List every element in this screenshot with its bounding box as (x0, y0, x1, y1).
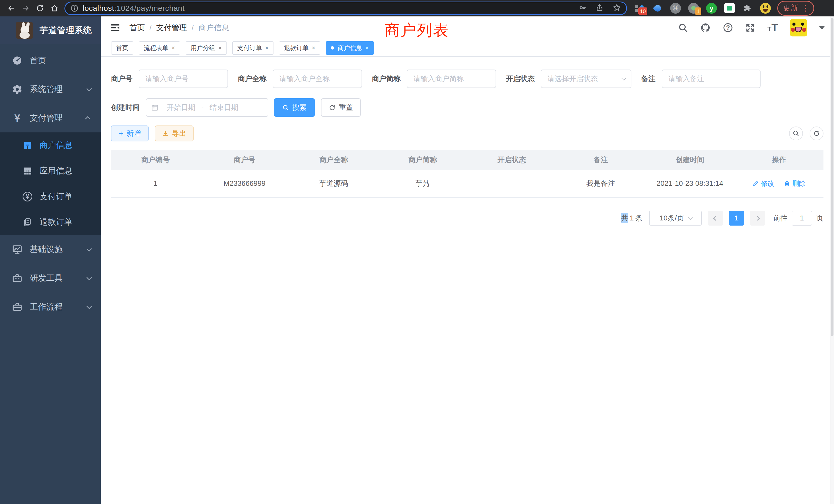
close-icon[interactable]: × (172, 44, 175, 51)
page-scrollbar[interactable] (830, 17, 834, 504)
extension-command-icon[interactable]: ⌘ (670, 3, 681, 14)
full-name-input[interactable] (273, 70, 362, 88)
bookmark-star-icon[interactable] (612, 3, 621, 13)
breadcrumb-payment[interactable]: 支付管理 (156, 23, 187, 33)
url-path: :1024/pay/merchant (114, 4, 184, 12)
search-icon[interactable] (678, 23, 688, 33)
yen-circle-icon: ¥ (22, 192, 33, 202)
password-key-icon[interactable] (578, 4, 587, 13)
close-icon[interactable]: × (218, 44, 222, 51)
sidebar-item-merchant-info[interactable]: 商户信息 (0, 132, 101, 158)
sidebar-item-workflow[interactable]: 工作流程 (0, 293, 101, 321)
tab-process-form[interactable]: 流程表单× (139, 41, 180, 55)
browser-update-button[interactable]: 更新 ⋮ (777, 1, 814, 16)
forward-icon[interactable] (19, 2, 33, 15)
tab-user-group[interactable]: 用户分组× (185, 41, 227, 55)
cell-merchant-no: M233666999 (200, 179, 289, 188)
date-range-picker[interactable]: - (146, 98, 268, 117)
tab-pay-order[interactable]: 支付订单× (233, 41, 273, 55)
plus-icon: + (118, 129, 124, 138)
sidebar-item-home[interactable]: 首页 (0, 46, 101, 75)
screen: localhost:1024/pay/merchant 10 ⌘ (0, 0, 834, 504)
status-select[interactable]: 请选择开启状态 (541, 70, 631, 88)
page-size-select[interactable]: 10条/页 (649, 211, 702, 226)
table-header: 商户编号 商户号 商户全称 商户简称 开启状态 备注 创建时间 操作 (111, 150, 824, 169)
merchant-no-input[interactable] (139, 70, 228, 88)
delete-button[interactable]: 删除 (784, 179, 806, 188)
user-menu-caret-icon[interactable] (819, 26, 825, 29)
export-button[interactable]: 导出 (155, 125, 194, 141)
sidebar-menu: 首页 系统管理 ¥ 支付管理 (0, 46, 101, 321)
extension-chat-icon[interactable] (724, 3, 735, 14)
tab-merchant-info[interactable]: 商户信息× (326, 41, 374, 55)
breadcrumb-home[interactable]: 首页 (129, 23, 145, 33)
refresh-button[interactable] (810, 127, 824, 140)
cell-create-time: 2021-10-23 08:31:14 (645, 179, 734, 188)
extension-diamond-icon[interactable]: 10 (634, 3, 645, 14)
extension-kite-icon[interactable] (652, 3, 663, 14)
reset-button[interactable]: 重置 (321, 98, 361, 117)
collapse-sidebar-icon[interactable] (110, 22, 121, 33)
help-icon[interactable]: ? (723, 22, 733, 33)
shop-icon (22, 140, 33, 151)
browser-profile-avatar[interactable] (760, 3, 771, 14)
full-name-label: 商户全称 (238, 74, 266, 84)
table-row: 1 M233666999 芋道源码 芋艿 我是备注 2021-10-23 08:… (111, 169, 824, 198)
end-date-input[interactable] (204, 104, 244, 112)
sidebar-item-infrastructure[interactable]: 基础设施 (0, 235, 101, 264)
breadcrumb-current: 商户信息 (198, 23, 229, 33)
cell-id: 1 (111, 179, 200, 188)
chevron-down-icon (688, 215, 693, 220)
url-bar[interactable]: localhost:1024/pay/merchant (65, 2, 626, 14)
search-button[interactable]: 搜索 (274, 98, 315, 117)
short-name-input[interactable] (407, 70, 496, 88)
sidebar-item-payment[interactable]: ¥ 支付管理 (0, 104, 101, 132)
close-icon[interactable]: × (312, 44, 315, 51)
share-icon[interactable] (595, 4, 604, 13)
url-text: localhost:1024/pay/merchant (83, 4, 184, 13)
close-icon[interactable]: × (366, 44, 369, 51)
close-icon[interactable]: × (265, 44, 269, 51)
tab-home[interactable]: 首页 (111, 41, 133, 55)
remark-label: 备注 (641, 74, 656, 84)
sidebar-item-refund-order[interactable]: 退款订单 (0, 209, 101, 235)
monitor-chart-icon (11, 244, 23, 255)
tab-refund-order[interactable]: 退款订单× (279, 41, 320, 55)
remark-input[interactable] (662, 70, 761, 88)
cell-remark: 我是备注 (556, 179, 645, 188)
page-1-button[interactable]: 1 (729, 211, 744, 226)
sidebar-item-pay-order[interactable]: ¥ 支付订单 (0, 184, 101, 209)
site-info-icon[interactable] (70, 4, 79, 12)
edit-button[interactable]: 修改 (752, 179, 774, 188)
pagination-total: 共1条 (621, 213, 642, 223)
extensions-puzzle-icon[interactable] (742, 3, 753, 14)
user-avatar[interactable] (790, 19, 807, 37)
top-navbar: 首页 / 支付管理 / 商户信息 商户列表 ? (101, 17, 834, 39)
goto-page-input[interactable] (792, 211, 812, 226)
scrollbar-thumb[interactable] (831, 18, 833, 336)
cell-full-name: 芋道源码 (289, 179, 378, 188)
prev-page-button[interactable] (708, 211, 723, 226)
tags-view-bar: 首页 流程表单× 用户分组× 支付订单× 退款订单× 商户信息× (101, 39, 834, 57)
font-size-icon[interactable]: TT (767, 23, 778, 32)
sidebar-item-dev-tools[interactable]: 研发工具 (0, 264, 101, 293)
add-button[interactable]: + 新增 (111, 125, 149, 141)
reload-icon[interactable] (33, 2, 47, 15)
back-icon[interactable] (4, 2, 19, 15)
github-icon[interactable] (700, 22, 711, 33)
payment-submenu: 商户信息 应用信息 ¥ 支付订单 (0, 132, 101, 235)
home-icon[interactable] (47, 2, 62, 15)
fullscreen-icon[interactable] (745, 23, 755, 33)
start-date-input[interactable] (161, 104, 201, 112)
next-page-button[interactable] (750, 211, 765, 226)
sidebar-item-app-info[interactable]: 应用信息 (0, 158, 101, 184)
toggle-search-button[interactable] (789, 127, 803, 140)
filter-row-2: 创建时间 - 搜索 (111, 98, 824, 117)
extension-y-icon[interactable]: y (706, 3, 717, 14)
create-time-label: 创建时间 (111, 102, 140, 112)
toolbox-icon (11, 273, 23, 283)
sidebar-item-system[interactable]: 系统管理 (0, 75, 101, 104)
extension-proxy-icon[interactable]: 1 (688, 3, 699, 14)
red-annotation-text: 商户列表 (385, 20, 449, 41)
pagination: 共1条 10条/页 1 前往 页 (111, 211, 824, 241)
